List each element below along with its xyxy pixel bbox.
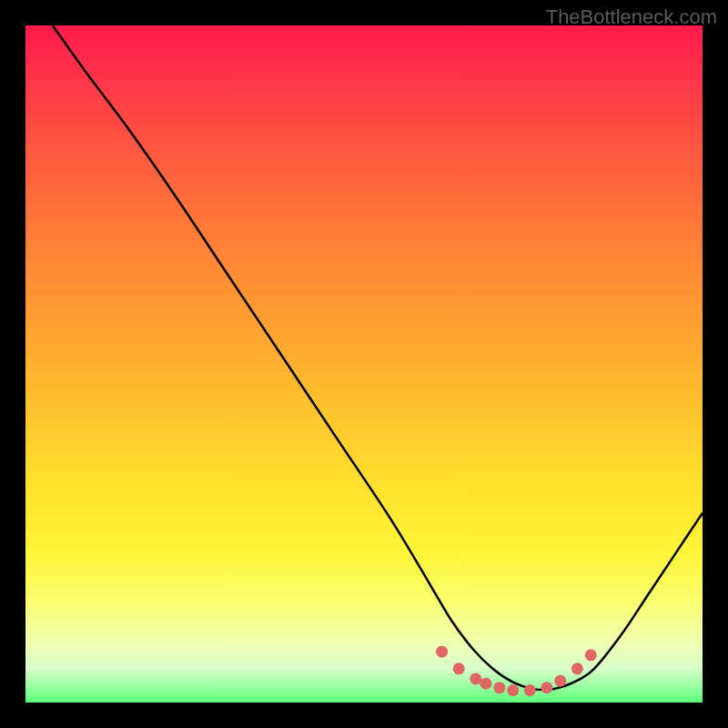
marker-dot <box>585 649 597 661</box>
chart-svg <box>25 25 703 703</box>
marker-dot <box>453 662 465 674</box>
marker-dot <box>524 684 536 696</box>
watermark-text: TheBottleneck.com <box>546 5 717 29</box>
marker-dot <box>480 678 491 690</box>
marker-dot <box>554 675 566 687</box>
marker-dot <box>436 646 448 658</box>
marker-dot <box>541 682 552 693</box>
bottleneck-curve <box>53 25 703 690</box>
marker-dot <box>571 662 583 674</box>
chart-container <box>25 25 703 703</box>
highlight-markers <box>436 646 597 696</box>
marker-dot <box>470 672 481 684</box>
marker-dot <box>493 682 505 693</box>
marker-dot <box>507 684 519 696</box>
